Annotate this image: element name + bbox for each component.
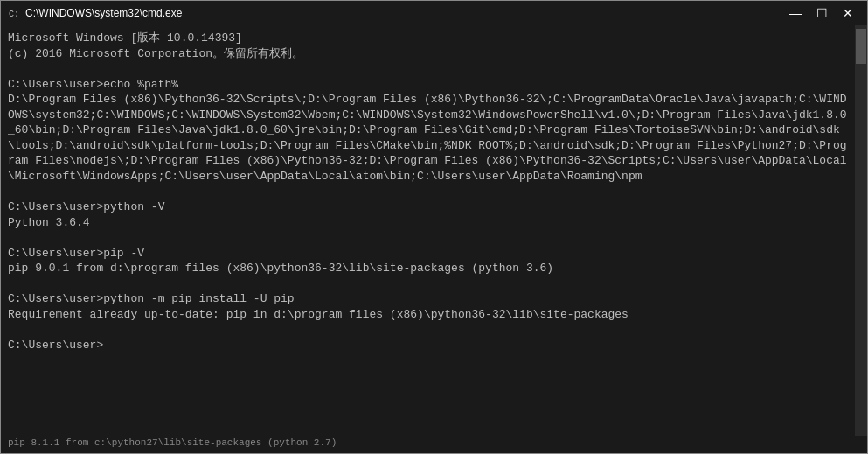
scrollbar[interactable] (855, 25, 867, 436)
console-output: Microsoft Windows [版本 10.0.14393] (c) 20… (8, 31, 848, 353)
title-bar-controls: — ☐ ✕ (783, 3, 860, 23)
cmd-icon: C: (8, 7, 20, 19)
minimize-button[interactable]: — (783, 3, 808, 23)
svg-text:C:: C: (9, 10, 19, 19)
title-bar-left: C: C:\WINDOWS\system32\cmd.exe (8, 7, 182, 19)
maximize-button[interactable]: ☐ (809, 3, 834, 23)
close-button[interactable]: ✕ (836, 3, 860, 23)
console-content: Microsoft Windows [版本 10.0.14393] (c) 20… (8, 31, 860, 353)
cmd-window: C: C:\WINDOWS\system32\cmd.exe — ☐ ✕ Mic… (0, 0, 868, 454)
scrollbar-thumb[interactable] (856, 29, 866, 64)
title-bar: C: C:\WINDOWS\system32\cmd.exe — ☐ ✕ (1, 1, 867, 25)
window-title: C:\WINDOWS\system32\cmd.exe (25, 7, 182, 19)
console-body[interactable]: Microsoft Windows [版本 10.0.14393] (c) 20… (1, 25, 867, 436)
status-bar: pip 8.1.1 from c:\python27\lib\site-pack… (1, 436, 867, 453)
